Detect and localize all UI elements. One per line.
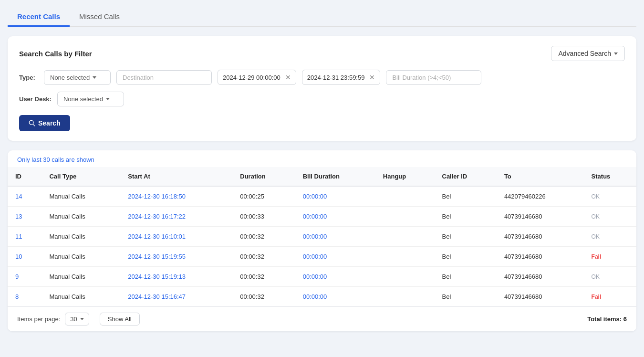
per-page-value: 30 bbox=[70, 315, 77, 323]
cell-duration: 00:00:32 bbox=[232, 247, 295, 267]
start-at-link[interactable]: 2024-12-30 15:19:55 bbox=[128, 253, 186, 260]
items-per-page-group: Items per page: 30 Show All bbox=[17, 313, 140, 326]
cell-call-type: Manual Calls bbox=[42, 267, 120, 287]
date-from-field[interactable]: 2024-12-29 00:00:00 ✕ bbox=[218, 70, 296, 85]
cell-call-type: Manual Calls bbox=[42, 227, 120, 247]
col-hangup: Hangup bbox=[375, 167, 435, 186]
start-at-link[interactable]: 2024-12-30 15:19:13 bbox=[128, 273, 186, 280]
cell-call-type: Manual Calls bbox=[42, 207, 120, 227]
cell-caller-id: Bel bbox=[435, 287, 497, 307]
status-badge: OK bbox=[592, 213, 600, 220]
cell-hangup bbox=[375, 287, 435, 307]
cell-id: 13 bbox=[8, 207, 42, 227]
cell-to: 40739146680 bbox=[497, 247, 584, 267]
cell-bill-duration: 00:00:00 bbox=[295, 287, 375, 307]
cell-to: 40739146680 bbox=[497, 227, 584, 247]
cell-status: Fail bbox=[584, 287, 636, 307]
cell-duration: 00:00:32 bbox=[232, 227, 295, 247]
table-row: 8 Manual Calls 2024-12-30 15:16:47 00:00… bbox=[8, 287, 636, 307]
cell-caller-id: Bel bbox=[435, 227, 497, 247]
cell-hangup bbox=[375, 207, 435, 227]
cell-duration: 00:00:32 bbox=[232, 267, 295, 287]
date-from-clear-icon[interactable]: ✕ bbox=[285, 74, 291, 81]
cell-to: 40739146680 bbox=[497, 267, 584, 287]
show-all-button[interactable]: Show All bbox=[100, 313, 140, 326]
start-at-link[interactable]: 2024-12-30 15:16:47 bbox=[128, 293, 186, 300]
col-start-at: Start At bbox=[120, 167, 232, 186]
cell-bill-duration: 00:00:00 bbox=[295, 267, 375, 287]
tab-recent-calls[interactable]: Recent Calls bbox=[8, 8, 70, 27]
cell-start-at: 2024-12-30 15:19:13 bbox=[120, 267, 232, 287]
col-id: ID bbox=[8, 167, 42, 186]
cell-caller-id: Bel bbox=[435, 207, 497, 227]
cell-hangup bbox=[375, 227, 435, 247]
cell-id: 8 bbox=[8, 287, 42, 307]
id-link[interactable]: 9 bbox=[15, 273, 19, 280]
destination-input[interactable] bbox=[116, 70, 212, 85]
tabs-bar: Recent Calls Missed Calls bbox=[8, 8, 636, 27]
per-page-chevron-icon bbox=[80, 318, 84, 320]
cell-id: 11 bbox=[8, 227, 42, 247]
search-icon bbox=[29, 120, 35, 126]
status-badge: OK bbox=[592, 273, 600, 280]
bill-duration-field[interactable]: Bill Duration (>4;<50) bbox=[386, 70, 481, 85]
cell-status: Fail bbox=[584, 247, 636, 267]
date-to-clear-icon[interactable]: ✕ bbox=[369, 74, 375, 81]
only-last-notice: Only last 30 calls are shown bbox=[8, 150, 636, 167]
cell-to: 40739146680 bbox=[497, 207, 584, 227]
cell-start-at: 2024-12-30 15:19:55 bbox=[120, 247, 232, 267]
search-button-label: Search bbox=[38, 119, 61, 127]
col-status: Status bbox=[584, 167, 636, 186]
date-to-field[interactable]: 2024-12-31 23:59:59 ✕ bbox=[302, 70, 381, 85]
id-link[interactable]: 10 bbox=[15, 253, 22, 260]
cell-id: 10 bbox=[8, 247, 42, 267]
cell-id: 14 bbox=[8, 186, 42, 207]
table-row: 11 Manual Calls 2024-12-30 16:10:01 00:0… bbox=[8, 227, 636, 247]
chevron-down-icon bbox=[614, 52, 618, 55]
start-at-link[interactable]: 2024-12-30 16:10:01 bbox=[128, 233, 186, 240]
type-chevron-icon bbox=[93, 76, 96, 79]
user-desk-value: None selected bbox=[63, 95, 103, 103]
cell-caller-id: Bel bbox=[435, 247, 497, 267]
start-at-link[interactable]: 2024-12-30 16:18:50 bbox=[128, 193, 186, 200]
cell-hangup bbox=[375, 247, 435, 267]
cell-hangup bbox=[375, 186, 435, 207]
filter-card-header: Search Calls by Filter Advanced Search bbox=[19, 46, 625, 61]
user-desk-label: User Desk: bbox=[19, 95, 52, 103]
advanced-search-button[interactable]: Advanced Search bbox=[551, 46, 625, 61]
cell-duration: 00:00:25 bbox=[232, 186, 295, 207]
user-desk-row: User Desk: None selected bbox=[19, 92, 625, 106]
status-badge: Fail bbox=[592, 253, 602, 260]
cell-start-at: 2024-12-30 16:17:22 bbox=[120, 207, 232, 227]
cell-start-at: 2024-12-30 15:16:47 bbox=[120, 287, 232, 307]
bill-duration-placeholder: Bill Duration (>4;<50) bbox=[392, 74, 451, 81]
cell-bill-duration: 00:00:00 bbox=[295, 247, 375, 267]
start-at-link[interactable]: 2024-12-30 16:17:22 bbox=[128, 213, 186, 220]
per-page-select[interactable]: 30 bbox=[65, 313, 89, 326]
user-desk-select[interactable]: None selected bbox=[57, 92, 124, 106]
id-link[interactable]: 8 bbox=[15, 293, 19, 300]
table-header: ID Call Type Start At Duration Bill Dura… bbox=[8, 167, 636, 186]
total-items: Total items: 6 bbox=[587, 315, 627, 323]
cell-bill-duration: 00:00:00 bbox=[295, 207, 375, 227]
cell-id: 9 bbox=[8, 267, 42, 287]
svg-line-1 bbox=[33, 124, 35, 126]
date-to-value: 2024-12-31 23:59:59 bbox=[307, 74, 365, 81]
cell-start-at: 2024-12-30 16:10:01 bbox=[120, 227, 232, 247]
tab-missed-calls[interactable]: Missed Calls bbox=[70, 8, 129, 27]
status-badge: OK bbox=[592, 233, 600, 240]
cell-to: 40739146680 bbox=[497, 287, 584, 307]
cell-status: OK bbox=[584, 267, 636, 287]
search-button[interactable]: Search bbox=[19, 115, 70, 131]
table-section: Only last 30 calls are shown ID Call Typ… bbox=[8, 150, 636, 331]
type-label: Type: bbox=[19, 74, 38, 81]
cell-bill-duration: 00:00:00 bbox=[295, 227, 375, 247]
col-bill-duration: Bill Duration bbox=[295, 167, 375, 186]
id-link[interactable]: 13 bbox=[15, 213, 22, 220]
id-link[interactable]: 11 bbox=[15, 233, 22, 240]
cell-bill-duration: 00:00:00 bbox=[295, 186, 375, 207]
cell-duration: 00:00:32 bbox=[232, 287, 295, 307]
type-select[interactable]: None selected bbox=[44, 70, 111, 85]
id-link[interactable]: 14 bbox=[15, 193, 22, 200]
col-duration: Duration bbox=[232, 167, 295, 186]
